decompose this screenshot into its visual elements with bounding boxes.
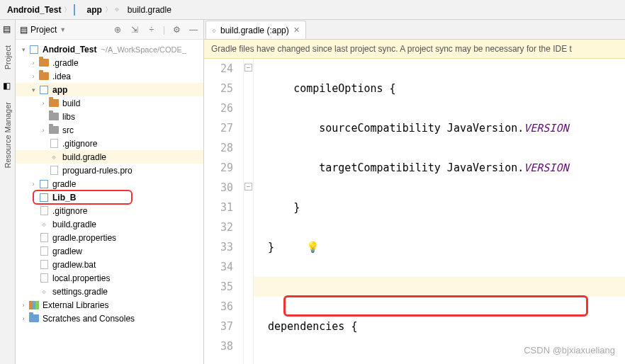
tree-file-gitignore[interactable]: .gitignore (16, 137, 203, 150)
chevron-right-icon: 〉 (105, 5, 112, 15)
tree-folder-build[interactable]: ›build (16, 96, 203, 110)
watermark: CSDN @bjxiaxueliang (524, 345, 615, 356)
collapse-icon[interactable]: ÷ (146, 24, 157, 35)
tree-folder-idea[interactable]: ›.idea (16, 69, 203, 83)
tree-module-gradle[interactable]: ›gradle (16, 177, 203, 190)
breadcrumb: Android_Test 〉 app 〉 ⟐ build.gradle (0, 0, 625, 20)
tree-file-proguard[interactable]: proguard-rules.pro (16, 164, 203, 177)
tree-file-gradlew[interactable]: gradlew (16, 244, 203, 258)
dropdown-icon[interactable]: ▼ (60, 26, 66, 33)
left-tool-rail: ▤ Project ◧ Resource Manager (0, 20, 16, 364)
lightbulb-icon[interactable]: 💡 (306, 241, 320, 254)
project-panel-title[interactable]: Project (30, 25, 57, 35)
resource-manager-tab[interactable]: Resource Manager (2, 98, 13, 173)
breadcrumb-app[interactable]: app (86, 5, 101, 15)
line-gutter: 242526272829303132333435363738 (204, 59, 244, 364)
tree-file-gradle-properties[interactable]: gradle.properties (16, 231, 203, 244)
editor-tabs: ⟐ build.gradle (:app) ✕ (204, 20, 625, 40)
tree-module-app[interactable]: ▾app (16, 83, 203, 96)
editor-area: ⟐ build.gradle (:app) ✕ Gradle files hav… (204, 20, 625, 364)
tree-scratches[interactable]: ›Scratches and Consoles (16, 312, 203, 325)
tree-folder-gradle[interactable]: ›.gradle (16, 56, 203, 69)
tree-external-libraries[interactable]: ›External Libraries (16, 298, 203, 312)
tree-file-gitignore2[interactable]: .gitignore (16, 204, 203, 217)
project-tree[interactable]: ▾Android_Test~/A_WorkSpace/CODE_ ›.gradl… (16, 40, 203, 364)
tree-root[interactable]: ▾Android_Test~/A_WorkSpace/CODE_ (16, 42, 203, 56)
breadcrumb-file[interactable]: build.gradle (128, 5, 171, 15)
breadcrumb-root[interactable]: Android_Test (7, 5, 61, 15)
gradle-icon: ⟐ (48, 152, 60, 163)
project-tool-icon[interactable]: ▤ (3, 24, 13, 34)
editor-body[interactable]: 242526272829303132333435363738 − − compi… (204, 59, 625, 364)
tab-label: build.gradle (:app) (220, 25, 289, 35)
tree-file-local-properties[interactable]: local.properties (16, 271, 203, 285)
tree-module-lib-b[interactable]: ›Lib_B (16, 190, 203, 204)
tree-folder-libs[interactable]: libs (16, 110, 203, 123)
fold-column[interactable]: − − (244, 59, 254, 364)
tree-file-settings-gradle[interactable]: ⟐settings.gradle (16, 285, 203, 298)
fold-marker-icon[interactable]: − (244, 183, 252, 190)
gradle-icon: ⟐ (38, 219, 50, 230)
tree-file-gradlew-bat[interactable]: gradlew.bat (16, 258, 203, 271)
chevron-right-icon: 〉 (64, 5, 71, 15)
expand-icon[interactable]: ⇲ (129, 24, 140, 35)
hide-icon[interactable]: — (188, 24, 199, 35)
tree-file-build-gradle-app[interactable]: ⟐build.gradle (16, 150, 203, 164)
gradle-icon: ⟐ (38, 286, 50, 297)
project-panel: ▤ Project ▼ ⊕ ⇲ ÷ | ⚙ — ▾Android_Test~/A… (16, 20, 204, 364)
project-panel-header: ▤ Project ▼ ⊕ ⇲ ÷ | ⚙ — (16, 20, 203, 40)
project-view-icon: ▤ (20, 25, 28, 35)
close-icon[interactable]: ✕ (293, 25, 300, 35)
target-icon[interactable]: ⊕ (112, 24, 123, 35)
gradle-icon: ⟐ (115, 5, 125, 15)
resource-manager-icon[interactable]: ◧ (3, 81, 13, 91)
editor-tab-active[interactable]: ⟐ build.gradle (:app) ✕ (205, 21, 306, 39)
highlight-annotation (283, 295, 588, 317)
tree-file-build-gradle-root[interactable]: ⟐build.gradle (16, 217, 203, 231)
fold-marker-icon[interactable]: − (244, 64, 252, 72)
gear-icon[interactable]: ⚙ (171, 24, 182, 35)
project-tool-tab[interactable]: Project (2, 41, 13, 74)
gradle-icon: ⟐ (212, 26, 216, 34)
tree-folder-src[interactable]: ›src (16, 123, 203, 137)
code-area[interactable]: compileOptions { sourceCompatibility Jav… (254, 59, 625, 364)
module-icon (74, 5, 84, 15)
sync-banner[interactable]: Gradle files have changed since last pro… (204, 40, 625, 59)
